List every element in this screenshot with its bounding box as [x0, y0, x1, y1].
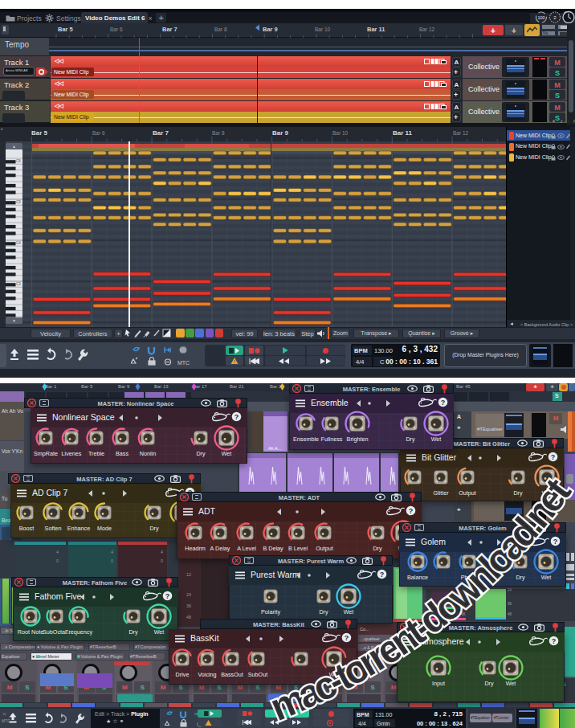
svg-text:mac-torrent-download.net: mac-torrent-download.net	[264, 471, 575, 728]
